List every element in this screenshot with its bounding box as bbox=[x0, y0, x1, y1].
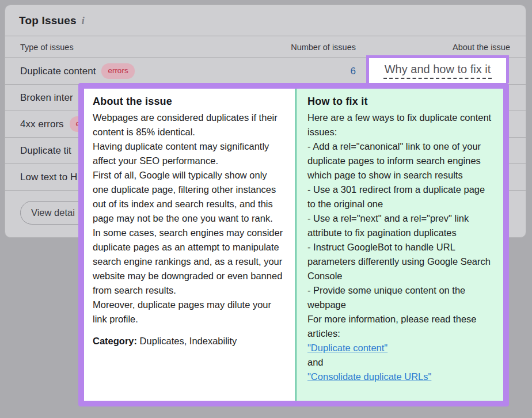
about-body: Webpages are considered duplicates if th… bbox=[93, 111, 285, 326]
category-label: Category: bbox=[93, 336, 137, 346]
fix-body-text: Here are a few ways to fix duplicate con… bbox=[307, 112, 491, 339]
column-header-number: Number of issues bbox=[241, 43, 356, 52]
issue-name: Low text to H bbox=[20, 172, 77, 183]
tour-highlight-frame: Why and how to fix it bbox=[366, 55, 509, 83]
about-heading: About the issue bbox=[93, 96, 285, 108]
panel-title: Top Issues bbox=[19, 14, 77, 27]
issue-name: 4xx errors bbox=[20, 119, 64, 130]
fix-heading: How to fix it bbox=[307, 96, 493, 108]
errors-badge: errors bbox=[101, 63, 134, 79]
issue-name: Duplicate tit bbox=[20, 145, 71, 157]
tour-highlight-inner: Why and how to fix it bbox=[369, 58, 506, 83]
category-line: Category: Duplicates, Indexability bbox=[93, 334, 285, 348]
why-how-to-fix-link[interactable]: Why and how to fix it bbox=[383, 63, 492, 79]
how-to-fix-column: How to fix it Here are a few ways to fix… bbox=[295, 89, 503, 401]
info-icon[interactable]: i bbox=[82, 14, 85, 27]
category-value: Duplicates, Indexability bbox=[140, 336, 237, 346]
conjunction-text: and bbox=[307, 357, 324, 367]
panel-titlebar: Top Issues i bbox=[5, 5, 526, 36]
column-header-about: About the issue bbox=[356, 43, 526, 52]
issue-name: Duplicate content bbox=[20, 66, 96, 77]
duplicate-content-article-link[interactable]: "Duplicate content" bbox=[307, 343, 387, 353]
consolidate-urls-article-link[interactable]: "Consolidate duplicate URLs" bbox=[307, 371, 431, 382]
issue-explanation-popover: About the issue Webpages are considered … bbox=[78, 83, 509, 406]
column-header-type: Type of issues bbox=[5, 43, 241, 52]
fix-body: Here are a few ways to fix duplicate con… bbox=[307, 111, 493, 384]
issue-name: Broken inter bbox=[20, 92, 73, 104]
about-the-issue-column: About the issue Webpages are considered … bbox=[84, 89, 295, 401]
dimmed-page-backdrop: Top Issues i Type of issues Number of is… bbox=[0, 0, 532, 418]
issue-count-link[interactable]: 6 bbox=[351, 66, 356, 77]
